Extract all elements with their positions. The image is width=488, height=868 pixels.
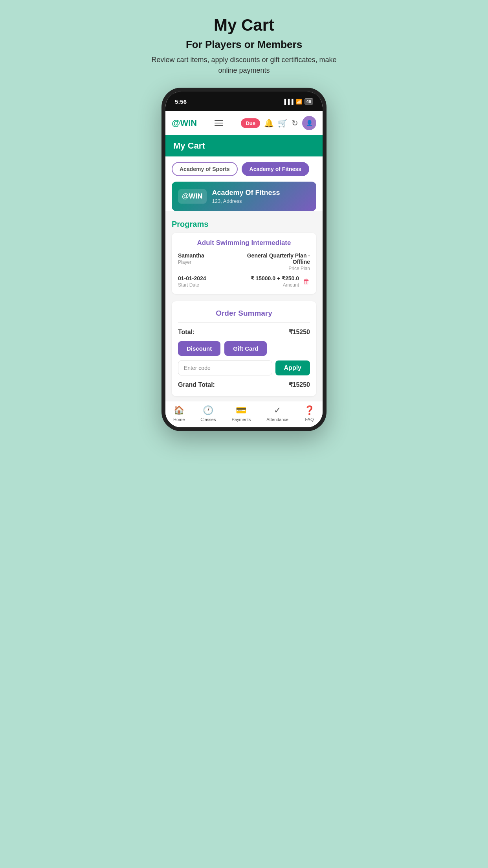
code-row: Apply [178,360,310,375]
grand-total-row: Grand Total: ₹15250 [178,381,310,388]
apply-button[interactable]: Apply [275,360,310,375]
academy-info: Academy Of Fitness 123, Address [212,189,280,204]
program-name: Adult Swimming Intermediate [178,239,310,247]
classes-icon: 🕐 [203,405,213,416]
bell-icon[interactable]: 🔔 [264,118,274,128]
price-plan-block: General Quarterly Plan - Offline Price P… [246,252,310,271]
status-bar: 5:56 ▐▐▐ 📶 46 [165,92,323,111]
page-subtitle: For Players or Members [146,39,342,51]
player-block: Samantha Player [178,252,242,271]
nav-payments-label: Payments [231,417,251,422]
app-logo: @WIN [172,118,197,128]
nav-classes[interactable]: 🕐 Classes [200,405,216,422]
avatar[interactable]: 👤 [302,116,316,130]
start-date: 01-01-2024 [178,275,242,281]
academy-logo-text: @WIN [178,189,207,204]
grand-total-label: Grand Total: [178,381,215,388]
total-label: Total: [178,329,194,336]
phone-frame: 5:56 ▐▐▐ 📶 46 @WIN Due 🔔 🛒 ↻ [161,88,327,431]
nav-faq-label: FAQ [305,417,314,422]
academy-name: Academy Of Fitness [212,189,280,197]
header-actions: Due 🔔 🛒 ↻ 👤 [241,116,316,130]
price-plan-label: Price Plan [246,266,310,271]
logo-at: @ [172,118,180,128]
avatar-initials: 👤 [306,120,313,126]
nav-faq[interactable]: ❓ FAQ [304,405,315,422]
order-summary-title: Order Summary [178,309,310,323]
programs-section: Programs Adult Swimming Intermediate Sam… [165,216,323,301]
order-summary-card: Order Summary Total: ₹15250 Discount Gif… [172,301,316,396]
logo-win: WIN [180,118,197,128]
cart-banner: My Cart [165,135,323,156]
total-row: Total: ₹15250 [178,328,310,336]
signal-icon: ▐▐▐ [283,99,294,105]
status-time: 5:56 [175,98,187,105]
battery-icon: 46 [305,98,313,105]
due-badge[interactable]: Due [241,118,260,128]
nav-classes-label: Classes [200,417,216,422]
academy-address: 123, Address [212,198,280,204]
hamburger-menu-icon[interactable] [215,120,223,126]
amount-value: ₹ 15000.0 + ₹250.0 [251,275,299,281]
faq-icon: ❓ [304,405,315,416]
discount-button[interactable]: Discount [178,341,220,356]
start-date-label: Start Date [178,282,242,288]
attendance-icon: ✓ [274,405,281,416]
page-header: My Cart For Players or Members Review ca… [146,16,342,76]
gift-card-button[interactable]: Gift Card [224,341,267,356]
bottom-nav: 🏠 Home 🕐 Classes 💳 Payments ✓ Attendance… [165,401,323,427]
home-icon: 🏠 [174,405,184,416]
player-label: Player [178,259,242,265]
start-date-block: 01-01-2024 Start Date [178,275,242,288]
price-plan: General Quarterly Plan - Offline [246,252,310,265]
wifi-icon: 📶 [296,99,302,105]
player-name: Samantha [178,252,242,259]
amount-block: ₹ 15000.0 + ₹250.0 Amount 🗑 [246,275,310,288]
payments-icon: 💳 [236,405,246,416]
grand-total-amount: ₹15250 [289,381,310,388]
tab-academy-fitness[interactable]: Academy of Fitness [242,162,309,176]
programs-title: Programs [172,220,316,229]
discount-gift-row: Discount Gift Card [178,341,310,356]
app-header: @WIN Due 🔔 🛒 ↻ 👤 [165,111,323,135]
tab-academy-sports[interactable]: Academy of Sports [172,162,238,176]
cart-icon[interactable]: 🛒 [278,118,288,128]
program-card: Adult Swimming Intermediate Samantha Pla… [172,233,316,294]
program-details: Samantha Player General Quarterly Plan -… [178,252,310,288]
refresh-icon[interactable]: ↻ [292,118,298,128]
amount-label: Amount [251,282,299,288]
page-description: Review cart items, apply discounts or gi… [146,55,342,76]
tabs-section: Academy of Sports Academy of Fitness [165,156,323,178]
nav-home[interactable]: 🏠 Home [173,405,185,422]
cart-banner-title: My Cart [173,141,205,151]
code-input[interactable] [178,360,272,375]
app-content: @WIN Due 🔔 🛒 ↻ 👤 My Cart Acad [165,111,323,427]
total-amount: ₹15250 [289,328,310,336]
nav-payments[interactable]: 💳 Payments [231,405,251,422]
status-icons: ▐▐▐ 📶 46 [283,98,313,105]
page-title: My Cart [146,16,342,35]
nav-attendance[interactable]: ✓ Attendance [266,405,288,422]
nav-home-label: Home [173,417,185,422]
delete-item-button[interactable]: 🗑 [303,278,310,286]
academy-card: @WIN Academy Of Fitness 123, Address [172,182,316,211]
nav-attendance-label: Attendance [266,417,288,422]
